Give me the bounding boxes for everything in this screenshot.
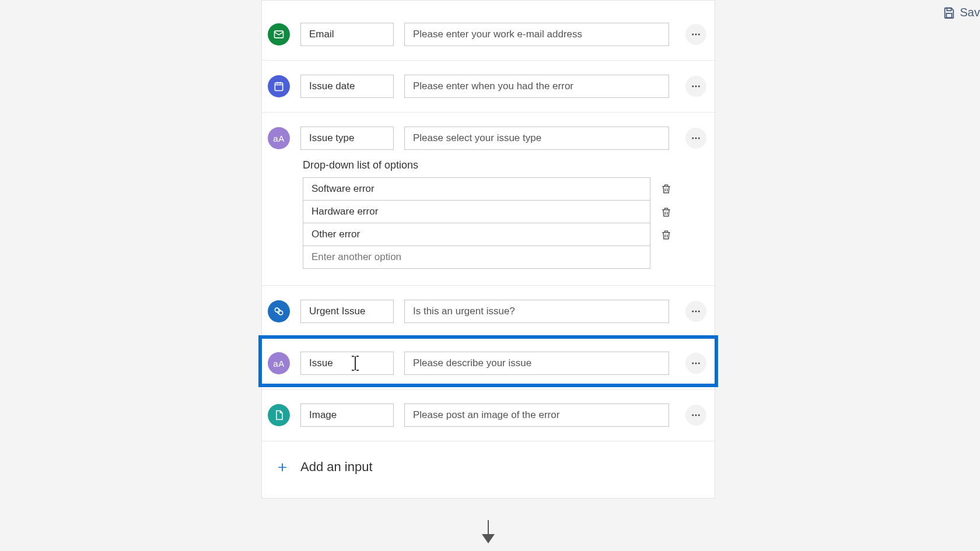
add-input-label: Add an input: [300, 459, 373, 475]
dropdown-option-input[interactable]: [303, 200, 650, 223]
field-desc-input[interactable]: [404, 403, 669, 427]
svg-point-22: [695, 415, 697, 416]
save-icon: [943, 6, 956, 19]
field-desc-input[interactable]: [404, 75, 669, 98]
svg-point-11: [695, 138, 697, 139]
dropdown-options-label: Drop-down list of options: [303, 159, 674, 171]
save-label: Sav: [960, 6, 980, 19]
svg-point-16: [695, 311, 697, 313]
dropdown-option-row: [303, 177, 674, 201]
row-more-button[interactable]: [685, 301, 706, 322]
input-row-issue-date: [262, 61, 715, 113]
text-aa-icon: aA: [268, 127, 290, 149]
svg-point-21: [692, 415, 694, 416]
input-row-urgent: [262, 286, 715, 338]
svg-rect-1: [946, 13, 951, 17]
svg-point-23: [698, 415, 700, 416]
dropdown-add-option-input[interactable]: [303, 245, 650, 269]
svg-rect-6: [275, 83, 282, 90]
row-more-button[interactable]: [685, 353, 706, 374]
text-aa-icon: aA: [268, 352, 290, 374]
field-desc-input[interactable]: [404, 352, 669, 375]
svg-point-15: [692, 311, 694, 313]
dropdown-option-row: [303, 201, 674, 223]
field-name-input[interactable]: [300, 300, 394, 323]
dropdown-option-input[interactable]: [303, 223, 650, 246]
dropdown-options-block: Drop-down list of options: [262, 159, 715, 286]
svg-point-12: [698, 138, 700, 139]
field-name-input[interactable]: [300, 403, 394, 427]
input-row-email: [262, 1, 715, 61]
field-name-input[interactable]: [300, 23, 394, 46]
row-more-button[interactable]: [685, 24, 706, 45]
delete-option-button[interactable]: [659, 205, 674, 220]
svg-point-8: [695, 86, 697, 87]
field-desc-input[interactable]: [404, 127, 669, 150]
dropdown-option-input[interactable]: [303, 177, 650, 201]
input-row-image: [262, 389, 715, 441]
svg-point-17: [698, 311, 700, 313]
add-input-button[interactable]: ＋ Add an input: [262, 441, 715, 477]
field-name-input[interactable]: [300, 127, 394, 150]
email-icon: [268, 23, 290, 45]
dropdown-option-row: [303, 223, 674, 246]
svg-point-20: [698, 363, 700, 364]
plus-icon: ＋: [275, 457, 290, 477]
calendar-icon: [268, 75, 290, 97]
delete-option-button[interactable]: [659, 181, 674, 196]
svg-point-3: [692, 34, 694, 36]
input-row-issue-type: aA: [262, 113, 715, 159]
field-name-input[interactable]: [300, 75, 394, 98]
toggle-icon: [268, 300, 290, 322]
svg-point-9: [698, 86, 700, 87]
svg-point-18: [692, 363, 694, 364]
spacer: [659, 250, 674, 265]
svg-rect-0: [947, 8, 951, 10]
svg-point-4: [695, 34, 697, 36]
svg-point-19: [695, 363, 697, 364]
delete-option-button[interactable]: [659, 227, 674, 243]
row-more-button[interactable]: [685, 76, 706, 97]
row-more-button[interactable]: [685, 405, 706, 426]
save-button[interactable]: Sav: [943, 6, 980, 19]
field-desc-input[interactable]: [404, 300, 669, 323]
field-desc-input[interactable]: [404, 23, 669, 46]
dropdown-option-row: [303, 246, 674, 269]
inputs-card: aA Drop-down list of options: [261, 0, 715, 499]
file-icon: [268, 404, 290, 426]
svg-point-5: [698, 34, 700, 36]
row-more-button[interactable]: [685, 128, 706, 149]
svg-point-7: [692, 86, 694, 87]
field-name-input[interactable]: [300, 352, 394, 375]
svg-point-10: [692, 138, 694, 139]
input-row-issue: aA: [262, 338, 715, 389]
